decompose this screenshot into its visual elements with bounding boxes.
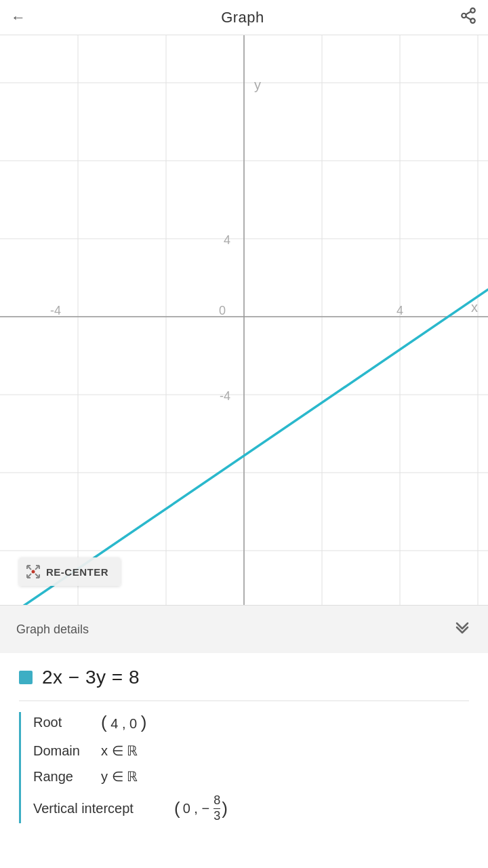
graph-details-body: 2x − 3y = 8 Root ( 4 , 0 ) Domain x ∈ ℝ bbox=[0, 653, 488, 840]
svg-point-40 bbox=[32, 570, 35, 574]
equation-row: 2x − 3y = 8 bbox=[19, 667, 469, 688]
equation-color-indicator bbox=[19, 671, 33, 684]
svg-text:x: x bbox=[471, 300, 478, 315]
chevron-down-icon bbox=[453, 618, 472, 641]
recenter-button[interactable]: RE-CENTER bbox=[19, 557, 121, 586]
svg-text:0: 0 bbox=[219, 304, 226, 317]
graph-details-header[interactable]: Graph details bbox=[0, 606, 488, 653]
coordinate-plane: y x -4 0 4 4 -4 bbox=[0, 35, 488, 605]
domain-row: Domain x ∈ ℝ bbox=[33, 743, 469, 759]
details-section: Root ( 4 , 0 ) Domain x ∈ ℝ Range y ∈ ℝ bbox=[19, 712, 469, 823]
svg-text:-4: -4 bbox=[220, 389, 230, 403]
svg-text:4: 4 bbox=[224, 233, 230, 247]
equation-text: 2x − 3y = 8 bbox=[42, 667, 140, 688]
app-header: ← Graph bbox=[0, 0, 488, 35]
root-row: Root ( 4 , 0 ) bbox=[33, 712, 469, 733]
back-button[interactable]: ← bbox=[11, 9, 26, 26]
svg-line-3 bbox=[466, 16, 470, 19]
root-value: ( 4 , 0 ) bbox=[101, 712, 146, 733]
recenter-icon bbox=[26, 564, 41, 579]
vertical-intercept-row: Vertical intercept ( 0 , − 8 3 ) bbox=[33, 794, 469, 823]
domain-value: x ∈ ℝ bbox=[101, 743, 138, 759]
divider bbox=[19, 701, 469, 701]
svg-text:4: 4 bbox=[396, 304, 403, 317]
fraction: 8 3 bbox=[214, 794, 220, 823]
range-row: Range y ∈ ℝ bbox=[33, 768, 469, 785]
graph-details-panel: Graph details 2x − 3y = 8 Root ( 4 , 0 bbox=[0, 605, 488, 840]
graph-details-title: Graph details bbox=[16, 623, 89, 637]
range-value: y ∈ ℝ bbox=[101, 768, 138, 785]
range-label: Range bbox=[33, 769, 94, 785]
vertical-intercept-value: ( 0 , − 8 3 ) bbox=[174, 794, 228, 823]
svg-text:y: y bbox=[254, 77, 261, 92]
recenter-label: RE-CENTER bbox=[46, 566, 108, 578]
svg-text:-4: -4 bbox=[50, 304, 61, 317]
svg-line-4 bbox=[466, 12, 470, 14]
root-label: Root bbox=[33, 715, 94, 730]
domain-label: Domain bbox=[33, 743, 94, 759]
graph-area[interactable]: y x -4 0 4 4 -4 bbox=[0, 35, 488, 605]
page-title: Graph bbox=[221, 9, 264, 26]
vertical-intercept-label: Vertical intercept bbox=[33, 801, 169, 816]
share-button[interactable] bbox=[460, 7, 477, 28]
